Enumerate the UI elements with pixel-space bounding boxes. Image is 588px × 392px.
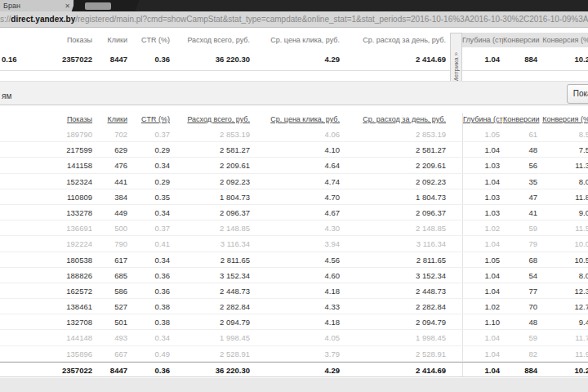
summary-totals-row: 0.16235702284470.3636 220.304.292 414.69… [0,47,588,71]
cell: 1.02 [462,299,503,314]
table-row: 1625725860.362 448.734.182 448.731.04771… [0,283,588,299]
sortable-column-header[interactable]: Расход всего, руб. [173,113,253,127]
cell: 2 096.37 [173,205,253,220]
sortable-column-header[interactable]: Глубина (стр.) [462,113,503,127]
sortable-column-header[interactable]: Ср. цена клика, руб. [253,113,343,127]
cell: 4.67 [253,205,343,220]
cell: 11.3 [541,158,588,172]
sortable-column-header[interactable]: Конверсия (% [541,113,588,127]
cell: 47 [503,189,541,204]
cell: 2 448.73 [343,283,449,298]
table-row: 1805386170.342 811.654.562 811.651.05681… [0,252,588,268]
column-header: Расход всего, руб. [173,33,253,47]
total-cell: 884 [503,363,541,376]
cell: 2 282.84 [343,299,449,314]
cell [0,127,45,141]
cell: 0.38 [131,314,173,329]
cell: 4.74 [253,174,343,189]
show-button[interactable]: Показать [567,84,588,104]
cell: 2 811.65 [343,252,449,267]
column-header [0,33,45,47]
cell: 48 [503,142,541,157]
cell: 790 [96,236,131,251]
sortable-column-header[interactable]: CTR (%) [131,113,173,127]
total-cell: 10.2 [541,363,588,376]
main-table-body: 1897907020.372 853.194.062 853.191.05618… [0,127,588,377]
cell: 11.8 [541,189,588,204]
total-cell: 2357022 [45,363,96,376]
cell: 2 282.84 [173,299,253,314]
cell: 1 998.45 [343,330,449,345]
cell: 441 [96,174,131,189]
cell: 12.3 [541,283,588,298]
cell: 1.05 [462,252,503,267]
summary-total-cell: 2 414.69 [343,47,449,70]
cell: 54 [503,268,541,283]
cell: 59 [503,220,541,235]
cell [449,189,462,204]
cell: 217599 [45,142,96,157]
address-bar[interactable]: s://direct.yandex.by/registered/main.pl?… [0,11,588,28]
cell: 4.05 [253,330,343,345]
sortable-column-header[interactable]: Конверсии [503,113,541,127]
cell: 501 [96,314,131,329]
cell: 0.29 [131,142,173,157]
cell: 2 853.19 [343,127,449,141]
column-header: Ср. цена клика, руб. [253,33,343,47]
cell: 384 [96,189,131,204]
url-domain: direct.yandex.by [11,15,75,24]
cell: 7.5 [541,142,588,157]
cell: 2 811.65 [173,252,253,267]
cell: 2 528.91 [173,346,253,361]
table-row: 1332784490.342 096.374.672 096.371.03419… [0,205,588,220]
table-row: 1366915000.372 148.854.302 148.851.02591… [0,220,588,236]
cell: 1.10 [462,314,503,329]
cell: 138461 [45,299,96,314]
cell: 4.64 [253,158,343,172]
cell: 12.7 [541,299,588,314]
cell: 0.34 [131,205,173,220]
cell: 0.38 [131,299,173,314]
cell: 0.34 [131,158,173,172]
cell: 2 528.91 [343,346,449,361]
table-row: 2175996290.292 581.274.102 581.271.04487… [0,142,588,158]
table-row: 1358966670.492 528.913.792 528.911.04821… [0,346,588,362]
cell: 133278 [45,205,96,220]
cell: 0.36 [131,283,173,298]
cell: 2 448.73 [173,283,253,298]
cell: 82 [503,346,541,361]
cell: 4.56 [253,252,343,267]
cell [449,236,462,251]
tab-close-icon[interactable]: ✕ [65,2,70,10]
sortable-column-header [449,113,462,127]
cell: 189790 [45,127,96,141]
cell: 1.03 [462,189,503,204]
cell: 3 152.34 [343,268,449,283]
total-cell [0,363,45,376]
cell: 70 [503,299,541,314]
cell [449,299,462,314]
cell: 702 [96,127,131,141]
cell [0,236,45,251]
total-cell: 8447 [96,363,131,376]
cell: 1 998.45 [173,330,253,345]
cell [449,127,462,141]
sortable-column-header[interactable]: Ср. расход за день, руб. [343,113,449,127]
browser-tab[interactable]: Бран ✕ [0,0,74,11]
total-cell [449,363,462,376]
tab-title: Бран [3,2,62,10]
cell [449,142,462,157]
cell: 685 [96,268,131,283]
cell: 61 [503,127,541,141]
table-row: 1327085010.382 094.794.182 094.791.10489… [0,314,588,330]
sortable-column-header[interactable]: Показы [45,113,96,127]
cell: 56 [503,158,541,172]
cell [0,314,45,329]
sortable-column-header[interactable]: Клики [96,113,131,127]
cell: 8.0 [541,268,588,283]
cell: 1.04 [462,142,503,157]
total-cell: 4.29 [253,363,343,376]
cell: 135896 [45,346,96,361]
summary-total-cell: 36 220.30 [173,47,253,70]
cell: 9.0 [541,205,588,220]
